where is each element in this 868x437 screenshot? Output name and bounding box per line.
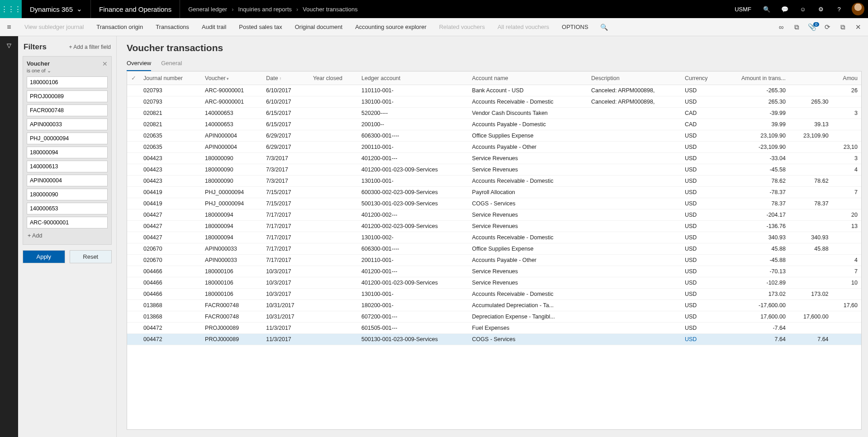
table-row[interactable]: 020670APIN0000337/17/2017606300-001----O… [127,243,861,255]
col-header[interactable]: Date [262,71,309,85]
office-icon[interactable]: ⧉ [789,23,804,31]
table-row[interactable]: 00446618000010610/3/2017401200-001-023-0… [127,277,861,289]
table-row[interactable]: 00446618000010610/3/2017130100-001-Accou… [127,289,861,300]
crumb-0[interactable]: General ledger [188,6,227,13]
chevron-right-icon: › [296,6,298,13]
table-row[interactable]: 0044231800000907/3/2017401200-001-023-00… [127,164,861,176]
action-transaction-origin[interactable]: Transaction origin [90,18,149,36]
table-row[interactable]: 0044271800000947/17/2017130100-002-Accou… [127,232,861,243]
filter-value-input[interactable] [27,90,108,102]
col-header[interactable]: Currency [681,71,721,85]
close-icon[interactable]: ✕ [851,23,865,31]
table-row[interactable]: 0208211400006536/15/2017200100--Accounts… [127,119,861,130]
brand[interactable]: Dynamics 365 ⌄ [22,0,91,18]
action-accounting-source-explorer[interactable]: Accounting source explorer [349,18,433,36]
filter-name: Voucher [27,60,51,67]
attach-icon[interactable]: 📎0 [805,23,819,31]
col-header[interactable]: Amount in trans... [721,71,789,85]
apply-button[interactable]: Apply [23,250,65,263]
action-bar: ≡ View subledger journalTransaction orig… [0,18,868,36]
table-row[interactable]: 004419PHJ_000000947/15/2017500130-001-02… [127,198,861,209]
topbar-right: USMF 🔍 💬 ☺ ⚙ ? [728,0,868,18]
col-header[interactable] [789,71,832,85]
col-header[interactable]: Journal number [140,71,201,85]
action-related-vouchers: Related vouchers [433,18,491,36]
filter-value-input[interactable] [27,147,108,158]
table-row[interactable]: 013868FACR00074810/31/2017607200-001---D… [127,311,861,323]
filter-value-input[interactable] [27,203,108,214]
col-header[interactable]: Year closed [309,71,358,85]
chevron-right-icon: › [232,6,233,13]
table-row[interactable]: 013868FACR00074810/31/2017180200-001-Acc… [127,300,861,311]
help-icon[interactable]: ? [830,0,848,18]
col-header[interactable]: Account name [469,71,588,85]
table-row[interactable]: 020793ARC-900000016/10/2017130100-001-Ac… [127,96,861,108]
filter-value-input[interactable] [27,76,108,88]
action-view-subledger-journal: View subledger journal [18,18,90,36]
funnel-icon[interactable]: ▽ [0,36,18,54]
table-row[interactable]: 00446618000010610/3/2017401200-001---Ser… [127,266,861,277]
refresh-icon[interactable]: ⟳ [820,23,835,31]
attach-badge: 0 [813,22,819,27]
table-row[interactable]: 004419PHJ_000000947/15/2017600300-002-02… [127,187,861,198]
col-header[interactable]: Voucher [201,71,262,85]
avatar[interactable] [852,3,864,15]
table-row[interactable]: 004472PROJ00008911/3/2017500130-001-023-… [127,334,861,345]
table-row[interactable]: 020635APIN0000046/29/2017200110-001-Acco… [127,142,861,153]
tab-overview[interactable]: Overview [127,57,151,71]
filter-add-value[interactable]: Add [27,231,108,241]
filter-value-input[interactable] [27,161,108,172]
action-all-related-vouchers: All related vouchers [491,18,555,36]
col-header[interactable]: Description [588,71,681,85]
table-row[interactable]: 020635APIN0000046/29/2017606300-001----O… [127,130,861,142]
brand-label: Dynamics 365 [30,5,73,13]
action-transactions[interactable]: Transactions [149,18,195,36]
hamburger-icon[interactable]: ≡ [0,23,18,31]
company-code[interactable]: USMF [728,6,758,13]
search-icon[interactable]: 🔍 [758,0,776,18]
filter-close-icon[interactable]: ✕ [102,60,108,67]
grid[interactable]: ✓Journal numberVoucherDateYear closedLed… [127,71,862,430]
add-filter-field[interactable]: Add a filter field [69,44,111,50]
main-pane: Voucher transactions OverviewGeneral ✓Jo… [117,36,868,437]
filter-value-input[interactable] [27,175,108,186]
filter-value-input[interactable] [27,133,108,144]
page-title: Voucher transactions [127,43,862,53]
table-row[interactable]: 0208211400006536/15/2017520200----Vendor… [127,108,861,119]
action-search-icon[interactable]: 🔍 [595,24,613,31]
filter-value-input[interactable] [27,189,108,200]
filter-value-input[interactable] [27,217,108,228]
col-header[interactable]: Amou [832,71,861,85]
action-original-document[interactable]: Original document [289,18,349,36]
gear-icon[interactable]: ⚙ [812,0,830,18]
tab-general[interactable]: General [161,57,182,71]
horizontal-scrollbar[interactable] [127,430,862,437]
table-row[interactable]: 0044271800000947/17/2017401200-002---Ser… [127,209,861,221]
crumb-1[interactable]: Inquiries and reports [238,6,292,13]
crumb-2[interactable]: Voucher transactions [303,6,357,13]
reset-button[interactable]: Reset [70,250,112,263]
table-row[interactable]: 0044271800000947/17/2017401200-002-023-0… [127,221,861,232]
table-row[interactable]: 020670APIN0000337/17/2017200110-001-Acco… [127,255,861,266]
filter-card-voucher: Voucher is one of ⌄ ✕ Add [23,56,112,245]
col-header[interactable]: ✓ [127,71,140,85]
waffle-icon[interactable]: ⋮⋮⋮ [0,0,22,18]
table-row[interactable]: 0044231800000907/3/2017401200-001---Serv… [127,153,861,164]
chat-icon[interactable]: 💬 [776,0,794,18]
col-header[interactable]: Ledger account [358,71,469,85]
action-options[interactable]: OPTIONS [555,18,595,36]
filters-pane: Filters Add a filter field Voucher is on… [18,36,117,437]
table-row[interactable]: 0044231800000907/3/2017130100-001-Accoun… [127,176,861,187]
popout-icon[interactable]: ⧉ [835,23,850,31]
filter-operator[interactable]: is one of ⌄ [27,68,51,74]
action-audit-trail[interactable]: Audit trail [195,18,232,36]
filter-value-input[interactable] [27,104,108,116]
filter-value-input[interactable] [27,119,108,130]
table-row[interactable]: 004472PROJ00008911/3/2017601505-001---Fu… [127,323,861,334]
link-icon[interactable]: ∞ [774,23,788,31]
smile-icon[interactable]: ☺ [794,0,812,18]
app-name: Finance and Operations [91,0,180,18]
breadcrumb: General ledger › Inquiries and reports ›… [180,6,366,13]
table-row[interactable]: 020793ARC-900000016/10/2017110110-001-Ba… [127,85,861,96]
action-posted-sales-tax[interactable]: Posted sales tax [232,18,288,36]
